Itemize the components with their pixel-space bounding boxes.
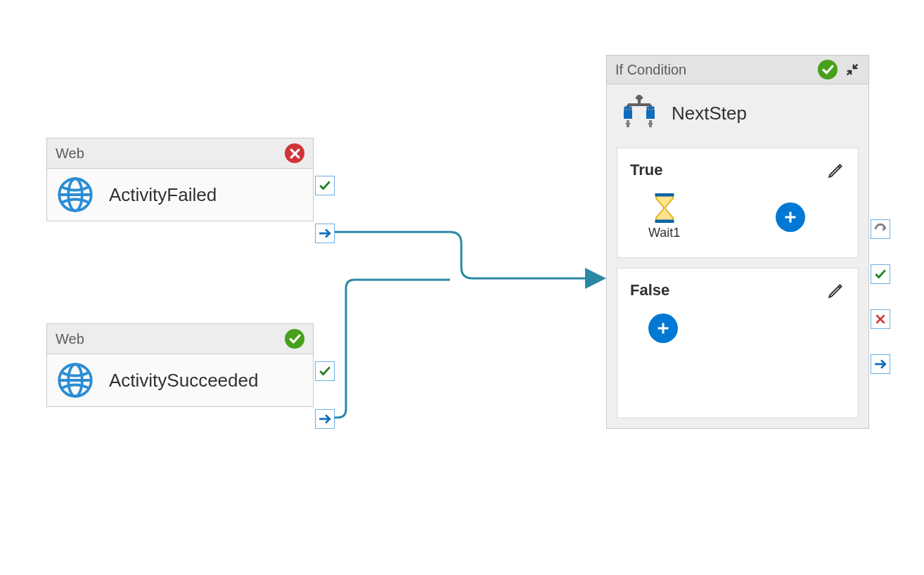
false-branch[interactable]: False <box>617 268 859 418</box>
activity-failed-name: ActivityFailed <box>109 184 217 206</box>
true-branch[interactable]: True Wait1 <box>617 148 859 258</box>
edit-false-icon[interactable] <box>827 281 845 299</box>
add-true-activity-button[interactable] <box>776 202 805 232</box>
add-false-activity-button[interactable] <box>648 314 678 343</box>
activity-failed[interactable]: Web ActivityFailed <box>46 138 314 221</box>
edit-true-icon[interactable] <box>827 161 845 179</box>
svg-rect-11 <box>655 220 674 224</box>
if-condition-header: If Condition <box>607 56 868 84</box>
true-branch-label: True <box>630 161 662 179</box>
activity-failed-header: Web <box>47 138 313 169</box>
activity-succeeded[interactable]: Web ActivitySucceeded <box>46 323 314 407</box>
status-ok-icon <box>285 329 304 349</box>
port-if-success[interactable] <box>871 264 890 284</box>
status-failed-icon <box>285 143 304 163</box>
port-if-completion[interactable] <box>871 354 890 374</box>
port-success-1[interactable] <box>315 176 335 195</box>
port-completion-2[interactable] <box>315 409 335 429</box>
globe-icon <box>57 176 94 213</box>
port-success-2[interactable] <box>315 361 335 381</box>
if-condition-icon <box>620 95 659 131</box>
activity-succeeded-body: ActivitySucceeded <box>47 354 313 406</box>
pipeline-canvas[interactable]: Web ActivityFailed Web <box>0 0 924 575</box>
collapse-icon[interactable] <box>845 62 860 77</box>
activity-succeeded-name: ActivitySucceeded <box>109 370 258 392</box>
if-condition-name-row: NextStep <box>607 84 868 142</box>
hourglass-icon <box>651 193 678 223</box>
if-condition-header-label: If Condition <box>615 56 686 84</box>
port-if-skip[interactable] <box>871 219 890 239</box>
svg-rect-10 <box>655 193 674 197</box>
activity-failed-body: ActivityFailed <box>47 169 313 221</box>
if-condition-activity[interactable]: If Condition <box>606 55 869 429</box>
port-completion-1[interactable] <box>315 224 335 243</box>
false-branch-label: False <box>630 281 669 299</box>
activity-failed-type: Web <box>56 138 84 168</box>
activity-succeeded-type: Web <box>56 324 84 354</box>
activity-succeeded-header: Web <box>47 324 313 354</box>
if-condition-name: NextStep <box>672 103 747 124</box>
status-ok-icon <box>818 60 838 79</box>
globe-icon <box>57 362 94 399</box>
wait-activity-name: Wait1 <box>648 226 680 240</box>
port-if-fail[interactable] <box>871 309 890 329</box>
